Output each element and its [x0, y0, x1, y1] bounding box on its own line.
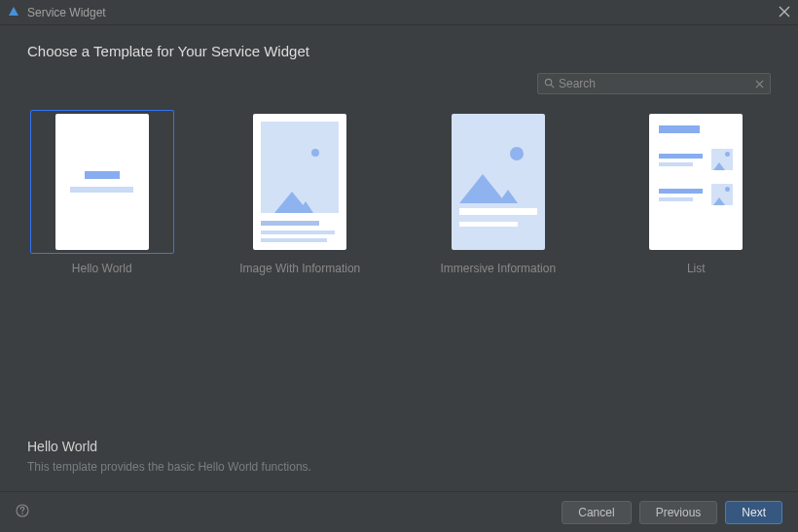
clear-icon[interactable] — [755, 77, 764, 91]
search-input[interactable] — [559, 77, 755, 90]
template-thumb — [228, 110, 372, 254]
template-thumb — [30, 110, 174, 254]
titlebar: Service Widget — [0, 0, 798, 25]
template-label: Hello World — [72, 262, 132, 275]
template-detail: Hello World This template provides the b… — [27, 439, 771, 491]
main-content: Choose a Template for Your Service Widge… — [0, 25, 798, 491]
search-box[interactable] — [537, 73, 771, 94]
help-icon[interactable] — [16, 504, 29, 520]
template-label: List — [687, 262, 706, 275]
svg-line-1 — [551, 85, 554, 88]
window-title: Service Widget — [27, 6, 106, 19]
button-bar: Cancel Previous Next — [0, 491, 798, 532]
templates-grid: Hello World Image With Information — [27, 110, 771, 275]
template-immersive-information[interactable]: Immersive Information — [423, 110, 573, 275]
detail-heading: Hello World — [27, 439, 771, 454]
template-label: Immersive Information — [440, 262, 556, 275]
close-icon[interactable] — [777, 4, 792, 19]
svg-point-3 — [21, 513, 23, 514]
page-title: Choose a Template for Your Service Widge… — [27, 43, 771, 59]
next-button[interactable]: Next — [725, 501, 782, 524]
app-icon — [6, 5, 21, 20]
template-thumb — [624, 110, 768, 254]
template-label: Image With Information — [239, 262, 360, 275]
template-thumb — [426, 110, 570, 254]
detail-description: This template provides the basic Hello W… — [27, 460, 771, 474]
template-hello-world[interactable]: Hello World — [27, 110, 177, 275]
search-icon — [544, 77, 555, 91]
cancel-button[interactable]: Cancel — [562, 501, 631, 524]
previous-button[interactable]: Previous — [639, 501, 718, 524]
search-row — [27, 73, 771, 94]
template-list[interactable]: List — [622, 110, 772, 275]
template-image-with-information[interactable]: Image With Information — [226, 110, 376, 275]
svg-point-0 — [545, 79, 551, 85]
